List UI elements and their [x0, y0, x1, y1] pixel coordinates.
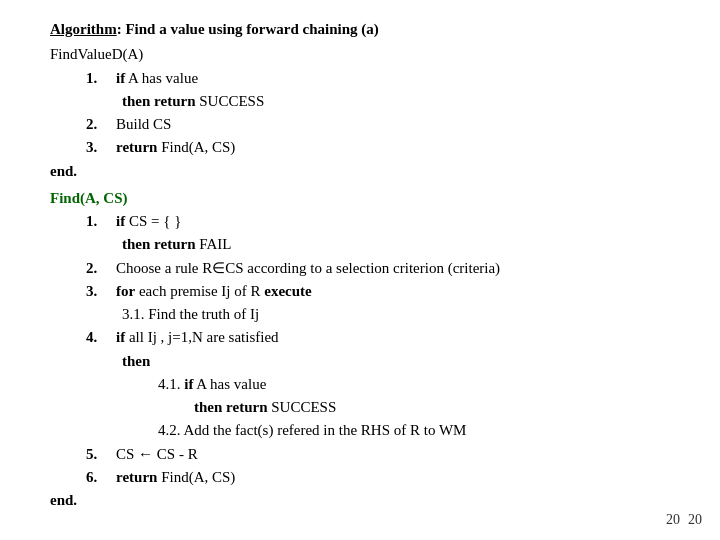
- find-item2: 2. Choose a rule R∈CS according to a sel…: [50, 257, 670, 280]
- findvalued-item2: 2. Build CS: [50, 113, 670, 136]
- find-item1-sub: then return FAIL: [50, 233, 670, 256]
- findvalued-item3: 3. return Find(A, CS): [50, 136, 670, 159]
- find-item1-main: 1. if CS = { }: [50, 210, 670, 233]
- find-end: end.: [50, 489, 670, 512]
- then-keyword-1: then return: [122, 93, 195, 109]
- find-item6: 6. return Find(A, CS): [50, 466, 670, 489]
- end-label-1: end.: [50, 163, 77, 179]
- page-number: 20: [666, 512, 680, 528]
- findvalued-signature: FindValueD(A): [50, 43, 670, 66]
- if-keyword-4: if: [184, 376, 193, 392]
- find-item5-num: 5.: [86, 446, 97, 462]
- find-item4-then: then: [50, 350, 670, 373]
- then-return-fail: then return: [122, 236, 195, 252]
- find-item4-sub2: 4.2. Add the fact(s) refered in the RHS …: [50, 419, 670, 442]
- findvalued-item1-sub: then return SUCCESS: [50, 90, 670, 113]
- find-item4-num: 4.: [86, 329, 97, 345]
- findvalued-end: end.: [50, 160, 670, 183]
- if-keyword-2: if: [116, 213, 125, 229]
- if-keyword-3: if: [116, 329, 125, 345]
- findvalued-item1-num-main: 1. if A has value: [50, 67, 670, 90]
- find-item3-num: 3.: [86, 283, 97, 299]
- then-return-success-nested: then return: [194, 399, 267, 415]
- find-item2-num: 2.: [86, 260, 97, 276]
- find-item4-sub1b: then return SUCCESS: [50, 396, 670, 419]
- execute-keyword: execute: [264, 283, 311, 299]
- return-keyword-2: return: [116, 469, 157, 485]
- find-item1-num: 1.: [86, 213, 97, 229]
- item1-num: 1.: [86, 70, 97, 86]
- item3-num: 3.: [86, 139, 97, 155]
- for-keyword: for: [116, 283, 135, 299]
- find-item4-sub1: 4.1. if A has value: [50, 373, 670, 396]
- find-item5: 5. CS ← CS - R: [50, 443, 670, 466]
- find-item6-num: 6.: [86, 469, 97, 485]
- find-item4-main: 4. if all Ij , j=1,N are satisfied: [50, 326, 670, 349]
- algorithm-title: Algorithm: Find a value using forward ch…: [50, 18, 670, 41]
- item2-num: 2.: [86, 116, 97, 132]
- find-item3-sub: 3.1. Find the truth of Ij: [50, 303, 670, 326]
- title-description: Find a value using forward chaining (a): [122, 21, 379, 37]
- algorithm-label: Algorithm: [50, 21, 117, 37]
- if-keyword: if: [116, 70, 125, 86]
- end-label-2: end.: [50, 492, 77, 508]
- page-number-2: 20: [688, 512, 702, 528]
- page: Algorithm: Find a value using forward ch…: [0, 0, 720, 540]
- find-item3-main: 3. for each premise Ij of R execute: [50, 280, 670, 303]
- find-signature: Find(A, CS): [50, 187, 670, 210]
- return-keyword-1: return: [116, 139, 157, 155]
- then-keyword-4: then: [122, 353, 150, 369]
